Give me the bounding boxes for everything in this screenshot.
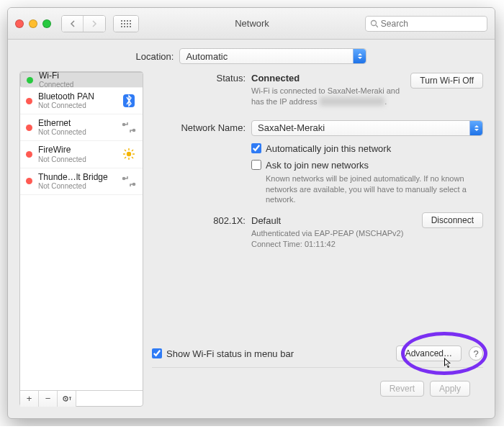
cursor-icon (444, 358, 453, 369)
sidebar-item-labels: EthernetNot Connected (38, 119, 115, 136)
nav-forward-button[interactable] (84, 16, 105, 32)
svg-rect-9 (124, 26, 125, 27)
network-prefs-window: Network Location: Automatic Wi-FiConnect… (7, 7, 495, 419)
sidebar-item-labels: FireWireNot Connected (38, 145, 115, 163)
status-dot-icon (26, 151, 32, 158)
divider (152, 367, 483, 368)
sidebar-item-labels: Thunde…lt BridgeNot Connected (38, 173, 115, 190)
search-field[interactable] (365, 16, 487, 32)
auto-join-checkbox[interactable]: Automatically join this network (251, 143, 483, 154)
revert-button[interactable]: Revert (380, 381, 424, 397)
sidebar-item-name: Wi-Fi (39, 72, 143, 81)
svg-point-28 (133, 183, 135, 185)
status-dot-icon (27, 77, 33, 83)
sidebar-item-sub: Not Connected (38, 182, 115, 190)
status-dot-icon (26, 178, 32, 184)
service-actions-button[interactable] (58, 391, 76, 407)
location-value: Automatic (186, 51, 228, 62)
nav-back-button[interactable] (62, 16, 84, 32)
svg-rect-2 (127, 20, 128, 22)
ask-join-checkbox[interactable]: Ask to join new networks (251, 160, 483, 171)
sidebar-item-ethernet[interactable]: EthernetNot Connected (20, 114, 143, 141)
svg-rect-1 (124, 20, 125, 22)
add-service-button[interactable]: + (20, 391, 39, 407)
sidebar-item-name: FireWire (38, 145, 115, 155)
svg-rect-5 (124, 23, 125, 24)
svg-line-13 (376, 25, 378, 27)
sidebar-item-sub: Connected (39, 81, 143, 89)
auto-join-label: Automatically join this network (266, 143, 391, 154)
sidebar-item-labels: Bluetooth PANNot Connected (38, 92, 115, 109)
firewire-icon (121, 148, 137, 161)
eap-auth-line: Authenticated via EAP-PEAP (MSCHAPv2) (251, 228, 483, 239)
ask-join-input[interactable] (251, 160, 261, 170)
sidebar-item-firewire[interactable]: FireWireNot Connected (20, 141, 143, 168)
updown-arrows-icon (353, 49, 366, 63)
status-dot-icon (26, 125, 32, 131)
eap-value: Default (251, 215, 416, 226)
location-select[interactable]: Automatic (179, 48, 366, 64)
svg-point-18 (127, 152, 131, 156)
svg-rect-8 (121, 26, 122, 27)
eap-label: 802.1X: (152, 215, 246, 226)
thunderbolt-icon (121, 175, 137, 188)
network-name-label: Network Name: (152, 122, 246, 133)
sidebar-item-sub: Not Connected (38, 155, 115, 163)
remove-service-button[interactable]: − (39, 391, 58, 407)
ask-join-help: Known networks will be joined automatica… (266, 173, 467, 206)
sidebar-item-labels: Wi-FiConnected (39, 72, 143, 89)
nav-back-forward (61, 15, 106, 32)
menubar-label: Show Wi-Fi status in menu bar (166, 348, 294, 359)
help-button[interactable]: ? (469, 346, 483, 361)
sidebar-item-wifi[interactable]: Wi-FiConnected (20, 72, 143, 88)
svg-line-24 (132, 157, 133, 158)
eap-disconnect-button[interactable]: Disconnect (422, 212, 483, 228)
status-label: Status: (152, 73, 246, 83)
svg-line-25 (132, 150, 133, 151)
traffic-lights (15, 19, 51, 28)
wifi-toggle-button[interactable]: Turn Wi-Fi Off (410, 73, 483, 89)
svg-point-12 (372, 20, 377, 25)
status-detail: Wi-Fi is connected to SaxaNet-Meraki and… (251, 86, 403, 107)
svg-rect-10 (127, 26, 128, 27)
svg-point-30 (65, 398, 66, 399)
menubar-input[interactable] (152, 348, 162, 358)
ethernet-icon (121, 121, 137, 134)
svg-line-23 (125, 150, 126, 151)
apply-button[interactable]: Apply (430, 381, 470, 397)
panel-footer: Show Wi-Fi status in menu bar Advanced… … (152, 341, 483, 361)
ip-address-redacted: 000.000.000.000 (320, 97, 385, 106)
network-name-value: SaxaNet-Meraki (258, 122, 325, 133)
sidebar-item-name: Thunde…lt Bridge (38, 173, 115, 182)
svg-rect-0 (121, 20, 122, 22)
sidebar-item-bluetooth[interactable]: Bluetooth PANNot Connected (20, 88, 143, 114)
svg-rect-3 (130, 20, 131, 22)
search-icon (370, 19, 378, 28)
bluetooth-icon (121, 94, 137, 108)
svg-point-17 (133, 130, 135, 132)
titlebar: Network (8, 8, 495, 40)
menubar-checkbox[interactable]: Show Wi-Fi status in menu bar (152, 348, 294, 359)
search-input[interactable] (381, 19, 482, 29)
svg-point-16 (123, 124, 125, 126)
gear-icon (62, 394, 72, 403)
sidebar-item-sub: Not Connected (38, 101, 115, 109)
grid-icon (114, 16, 138, 32)
sidebar-item-name: Bluetooth PAN (38, 92, 115, 101)
minimize-window-button[interactable] (29, 19, 37, 28)
network-name-select[interactable]: SaxaNet-Meraki (251, 120, 483, 136)
location-row: Location: Automatic (8, 40, 495, 71)
sidebar-item-thunderbolt[interactable]: Thunde…lt BridgeNot Connected (20, 168, 143, 195)
services-sidebar: Wi-FiConnectedBluetooth PANNot Connected… (19, 71, 143, 407)
zoom-window-button[interactable] (42, 19, 51, 28)
auto-join-input[interactable] (251, 143, 261, 153)
svg-rect-11 (130, 26, 131, 27)
status-detail-suffix: . (384, 97, 387, 106)
details-panel: Status: Connected Wi-Fi is connected to … (152, 71, 483, 407)
bottom-bar: Revert Apply (152, 374, 483, 407)
close-window-button[interactable] (15, 19, 24, 28)
svg-rect-7 (130, 23, 131, 24)
status-dot-icon (26, 98, 32, 104)
window-title: Network (145, 18, 359, 29)
show-all-button[interactable] (113, 15, 139, 32)
